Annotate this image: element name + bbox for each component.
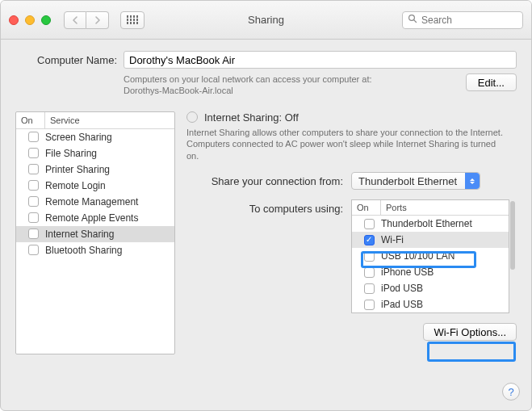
select-arrows-icon [465, 173, 480, 189]
port-checkbox[interactable] [364, 219, 375, 229]
computer-name-row: Computer Name: [15, 51, 517, 69]
col-service: Service [45, 112, 174, 128]
port-row[interactable]: Wi-Fi [352, 232, 509, 248]
detail-description: Internet Sharing allows other computers … [186, 127, 505, 163]
edit-hostname-button[interactable]: Edit... [466, 73, 517, 91]
computer-name-label: Computer Name: [15, 54, 117, 66]
service-list-panel: On Service Screen SharingFile SharingPri… [15, 111, 175, 354]
sharing-window: Sharing Computer Name: Computers on your… [0, 0, 532, 411]
service-checkbox[interactable] [28, 196, 39, 207]
to-computers-label: To computers using: [186, 199, 343, 313]
share-from-value: Thunderbolt Ethernet [358, 175, 457, 187]
port-label: Wi-Fi [381, 234, 404, 245]
back-button[interactable] [64, 11, 86, 29]
grid-icon [127, 15, 139, 24]
port-row[interactable]: USB 10/100 LAN [352, 248, 509, 264]
search-field-wrap[interactable] [402, 11, 523, 29]
share-from-row: Share your connection from: Thunderbolt … [186, 172, 517, 190]
service-row[interactable]: Screen Sharing [16, 129, 174, 145]
port-row[interactable]: iPhone USB [352, 264, 509, 280]
port-checkbox-wrap [357, 251, 381, 262]
port-label: Thunderbolt Ethernet [381, 218, 472, 229]
service-label: Remote Apple Events [45, 212, 138, 224]
service-enable-radio[interactable] [186, 111, 198, 123]
port-label: iPhone USB [381, 266, 434, 278]
service-row[interactable]: Bluetooth Sharing [16, 242, 174, 258]
main-split: On Service Screen SharingFile SharingPri… [15, 111, 517, 354]
service-row[interactable]: File Sharing [16, 145, 174, 161]
service-row[interactable]: Remote Management [16, 194, 174, 210]
port-checkbox[interactable] [364, 267, 375, 278]
service-list-header: On Service [16, 112, 174, 129]
service-label: Internet Sharing [45, 229, 114, 240]
service-checkbox-wrap [21, 132, 45, 142]
service-checkbox[interactable] [28, 148, 39, 158]
share-from-select[interactable]: Thunderbolt Ethernet [351, 172, 480, 190]
zoom-window-button[interactable] [41, 15, 51, 25]
service-checkbox[interactable] [28, 180, 39, 191]
ports-list-panel: On Ports Thunderbolt EthernetWi-FiUSB 10… [351, 199, 509, 313]
service-row[interactable]: Remote Login [16, 178, 174, 194]
wifi-options-button[interactable]: Wi-Fi Options... [423, 323, 517, 341]
search-input[interactable] [421, 15, 517, 26]
service-checkbox-wrap [21, 212, 45, 223]
port-row[interactable]: iPad USB [352, 296, 509, 312]
port-row[interactable]: iPod USB [352, 280, 509, 296]
forward-button[interactable] [86, 11, 109, 29]
service-list-body[interactable]: Screen SharingFile SharingPrinter Sharin… [16, 129, 174, 354]
port-checkbox-wrap [357, 300, 381, 310]
port-checkbox[interactable] [364, 283, 375, 294]
service-checkbox-wrap [21, 148, 45, 158]
content-area: Computer Name: Computers on your local n… [1, 40, 531, 364]
scrollbar-track[interactable] [510, 199, 515, 313]
service-row[interactable]: Internet Sharing [16, 226, 174, 242]
port-checkbox-wrap [357, 235, 381, 245]
service-checkbox-wrap [21, 164, 45, 174]
service-checkbox[interactable] [28, 245, 39, 255]
port-label: iPod USB [381, 283, 423, 294]
port-checkbox[interactable] [364, 235, 375, 245]
service-label: Bluetooth Sharing [45, 245, 122, 256]
ports-col-ports: Ports [381, 200, 509, 215]
nav-buttons [64, 11, 109, 29]
port-checkbox-wrap [357, 219, 381, 229]
port-checkbox[interactable] [364, 300, 375, 310]
col-on: On [16, 112, 45, 128]
port-label: iPad USB [381, 299, 423, 310]
service-row[interactable]: Remote Apple Events [16, 210, 174, 226]
ports-list-body[interactable]: Thunderbolt EthernetWi-FiUSB 10/100 LANi… [352, 216, 509, 312]
help-line2: Dorothys-MacBook-Air.local [124, 86, 233, 95]
port-checkbox[interactable] [364, 251, 375, 262]
service-checkbox[interactable] [28, 212, 39, 223]
show-all-button[interactable] [120, 11, 145, 29]
share-from-label: Share your connection from: [186, 175, 343, 187]
service-label: Printer Sharing [45, 164, 110, 175]
toolbar: Sharing [1, 1, 531, 40]
help-button[interactable]: ? [502, 383, 520, 401]
detail-title: Internet Sharing: Off [204, 111, 299, 124]
detail-panel: Internet Sharing: Off Internet Sharing a… [186, 111, 517, 354]
service-label: Screen Sharing [45, 132, 112, 143]
port-checkbox-wrap [357, 283, 381, 294]
ports-box-wrap: On Ports Thunderbolt EthernetWi-FiUSB 10… [351, 199, 509, 313]
window-controls [9, 15, 51, 25]
service-row[interactable]: Printer Sharing [16, 161, 174, 178]
detail-header: Internet Sharing: Off [186, 111, 517, 124]
scrollbar-thumb[interactable] [510, 201, 515, 270]
computer-name-help-row: Computers on your local network can acce… [15, 73, 517, 97]
wifi-options-row: Wi-Fi Options... [186, 323, 517, 341]
port-row[interactable]: Thunderbolt Ethernet [352, 216, 509, 232]
minimize-window-button[interactable] [25, 15, 35, 25]
service-label: Remote Login [45, 180, 106, 191]
service-checkbox[interactable] [28, 164, 39, 174]
service-label: File Sharing [45, 148, 97, 159]
service-checkbox-wrap [21, 229, 45, 239]
search-icon [408, 14, 417, 26]
port-checkbox-wrap [357, 267, 381, 278]
help-line1: Computers on your local network can acce… [124, 74, 372, 84]
computer-name-input[interactable] [124, 51, 517, 69]
service-checkbox[interactable] [28, 229, 39, 239]
service-checkbox-wrap [21, 245, 45, 255]
service-checkbox[interactable] [28, 132, 39, 142]
close-window-button[interactable] [9, 15, 19, 25]
